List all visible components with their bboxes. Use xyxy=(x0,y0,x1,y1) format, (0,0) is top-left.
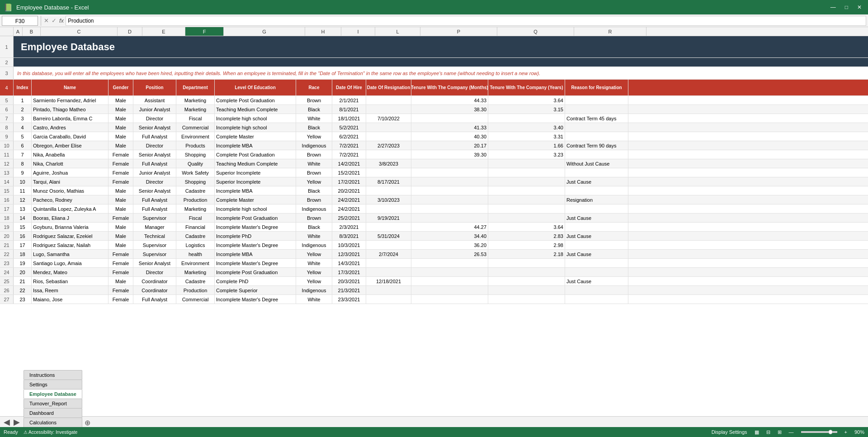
minimize-button[interactable]: — xyxy=(828,4,839,10)
sheet-tab-instructions[interactable]: Instructions xyxy=(24,370,82,380)
cell-name[interactable]: Rodriguez Salazar, Nailah xyxy=(32,241,108,249)
maximize-button[interactable]: □ xyxy=(842,4,851,10)
cell-resign[interactable]: 7/10/2022 xyxy=(366,114,411,123)
cell-resign[interactable] xyxy=(366,123,411,132)
cell-reason[interactable] xyxy=(565,132,628,141)
cell-race[interactable]: Indigenous xyxy=(296,286,332,294)
cell-tenure-y[interactable] xyxy=(488,259,565,267)
col-header-d[interactable]: D xyxy=(118,27,142,36)
col-header-c[interactable]: C xyxy=(41,27,118,36)
cell-hire[interactable]: 23/3/2021 xyxy=(332,295,366,304)
cell-gender[interactable]: Female xyxy=(108,177,133,186)
cell-gender[interactable]: Male xyxy=(108,223,133,231)
cell-index[interactable]: 9 xyxy=(14,168,32,177)
cell-tenure-m[interactable] xyxy=(411,177,488,186)
cell-dept[interactable]: Cadastre xyxy=(176,232,215,240)
cell-tenure-m[interactable] xyxy=(411,214,488,222)
cell-hire[interactable]: 25/2/2021 xyxy=(332,214,366,222)
fx-button[interactable]: fx xyxy=(59,17,64,24)
cell-name[interactable]: Issa, Reem xyxy=(32,286,108,294)
cell-tenure-m[interactable] xyxy=(411,159,488,168)
cell-position[interactable]: Coordinator xyxy=(133,277,176,285)
cell-name[interactable]: Booras, Eliana J xyxy=(32,214,108,222)
cell-name[interactable]: Garcia Caraballo, David xyxy=(32,132,108,141)
cell-position[interactable]: Senior Analyst xyxy=(133,259,176,267)
cell-edu[interactable]: Incomplete MBA xyxy=(215,186,296,195)
cell-name[interactable]: Rios, Sebastian xyxy=(32,277,108,285)
cell-edu[interactable]: Complete Master xyxy=(215,132,296,141)
cell-dept[interactable]: Quality xyxy=(176,159,215,168)
cell-edu[interactable]: Superior Incomplete xyxy=(215,177,296,186)
cell-gender[interactable]: Female xyxy=(108,159,133,168)
cell-resign[interactable] xyxy=(366,204,411,213)
cell-tenure-y[interactable]: 3.23 xyxy=(488,150,565,159)
cell-tenure-m[interactable]: 41.33 xyxy=(411,123,488,132)
cell-tenure-y[interactable]: 3.40 xyxy=(488,123,565,132)
cell-race[interactable]: Yellow xyxy=(296,277,332,285)
cell-tenure-y[interactable] xyxy=(488,177,565,186)
cell-reason[interactable]: Just Cause xyxy=(565,214,628,222)
sheet-tab-employee-database[interactable]: Employee Database xyxy=(24,389,82,399)
cell-reason[interactable]: Just Cause xyxy=(565,250,628,258)
cell-hire[interactable]: 24/2/2021 xyxy=(332,204,366,213)
cell-reason[interactable] xyxy=(565,223,628,231)
cell-index[interactable]: 3 xyxy=(14,114,32,123)
cell-resign[interactable]: 9/19/2021 xyxy=(366,214,411,222)
cell-gender[interactable]: Female xyxy=(108,214,133,222)
cell-reason[interactable] xyxy=(565,123,628,132)
cell-hire[interactable]: 7/2/2021 xyxy=(332,141,366,150)
cell-position[interactable]: Full Analyst xyxy=(133,195,176,204)
cell-name[interactable]: Maiano, Jose xyxy=(32,295,108,304)
cell-index[interactable]: 6 xyxy=(14,141,32,150)
cell-name[interactable]: Lugo, Samantha xyxy=(32,250,108,258)
cell-index[interactable]: 16 xyxy=(14,232,32,240)
cell-reason[interactable] xyxy=(565,259,628,267)
cell-index[interactable]: 13 xyxy=(14,204,32,213)
cancel-formula-button[interactable]: ✕ xyxy=(44,17,49,24)
cell-tenure-y[interactable] xyxy=(488,286,565,294)
cell-race[interactable]: White xyxy=(296,232,332,240)
cell-hire[interactable]: 18/1/2021 xyxy=(332,114,366,123)
cell-tenure-y[interactable] xyxy=(488,214,565,222)
cell-reason[interactable] xyxy=(565,295,628,304)
zoom-slider[interactable] xyxy=(801,431,837,433)
cell-resign[interactable]: 12/18/2021 xyxy=(366,277,411,285)
cell-tenure-y[interactable] xyxy=(488,268,565,276)
cell-dept[interactable]: Marketing xyxy=(176,96,215,104)
cell-resign[interactable] xyxy=(366,132,411,141)
cell-reason[interactable] xyxy=(565,186,628,195)
cell-index[interactable]: 20 xyxy=(14,268,32,276)
cell-position[interactable]: Full Analyst xyxy=(133,204,176,213)
cell-tenure-y[interactable]: 3.31 xyxy=(488,132,565,141)
cell-gender[interactable]: Male xyxy=(108,277,133,285)
cell-reason[interactable]: Contract Term 90 days xyxy=(565,141,628,150)
cell-race[interactable]: Brown xyxy=(296,195,332,204)
cell-gender[interactable]: Female xyxy=(108,295,133,304)
col-header-l[interactable]: L xyxy=(375,27,420,36)
cell-hire[interactable]: 15/2/2021 xyxy=(332,168,366,177)
cell-position[interactable]: Director xyxy=(133,177,176,186)
cell-edu[interactable]: Incomplete Master's Degree xyxy=(215,259,296,267)
cell-resign[interactable]: 2/27/2023 xyxy=(366,141,411,150)
cell-tenure-m[interactable]: 38.30 xyxy=(411,105,488,114)
cell-position[interactable]: Full Analyst xyxy=(133,132,176,141)
cell-edu[interactable]: Complete Post Graduation xyxy=(215,150,296,159)
page-break-button[interactable]: ⊞ xyxy=(778,429,782,435)
cell-edu[interactable]: Complete Post Graduation xyxy=(215,96,296,104)
cell-edu[interactable]: Incomplete high school xyxy=(215,123,296,132)
sheet-tab-turnover-report[interactable]: Turnover_Report xyxy=(24,399,82,408)
cell-hire[interactable]: 8/3/2021 xyxy=(332,232,366,240)
cell-gender[interactable]: Male xyxy=(108,204,133,213)
cell-tenure-m[interactable]: 20.17 xyxy=(411,141,488,150)
cell-gender[interactable]: Male xyxy=(108,123,133,132)
cell-race[interactable]: White xyxy=(296,259,332,267)
cell-index[interactable]: 12 xyxy=(14,195,32,204)
cell-tenure-m[interactable] xyxy=(411,114,488,123)
cell-edu[interactable]: Incomplete Master's Degree xyxy=(215,295,296,304)
cell-reason[interactable] xyxy=(565,150,628,159)
cell-tenure-y[interactable]: 3.15 xyxy=(488,105,565,114)
cell-dept[interactable]: Production xyxy=(176,195,215,204)
cell-resign[interactable]: 3/10/2023 xyxy=(366,195,411,204)
cell-race[interactable]: Yellow xyxy=(296,268,332,276)
cell-gender[interactable]: Male xyxy=(108,96,133,104)
